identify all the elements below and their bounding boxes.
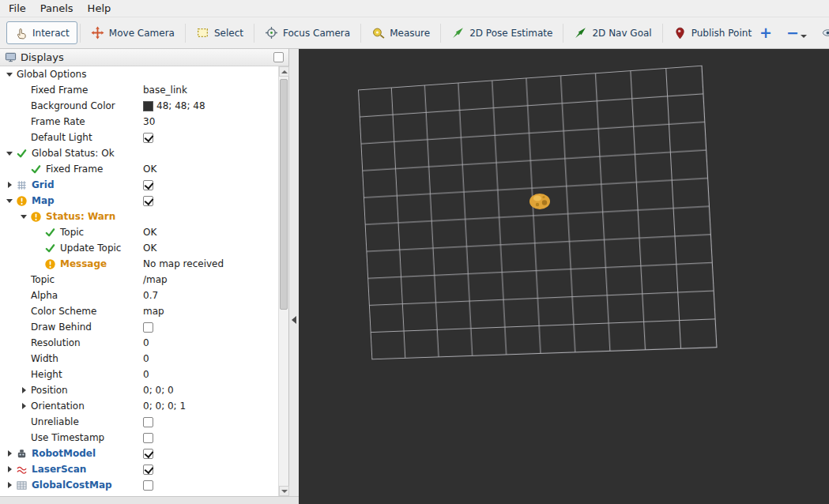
tree-row-draw-behind[interactable]: Draw Behind xyxy=(0,319,278,335)
tree-row-use-timestamp[interactable]: Use Timestamp xyxy=(0,430,278,446)
expander-closed-icon[interactable] xyxy=(19,386,29,396)
expander-closed-icon[interactable] xyxy=(5,480,15,491)
expander-open-icon[interactable] xyxy=(19,212,29,222)
property-value[interactable]: OK xyxy=(143,227,156,238)
property-value-cell[interactable] xyxy=(141,209,278,224)
property-value-cell[interactable]: base_link xyxy=(141,82,278,98)
tree-row-resolution[interactable]: Resolution 0 xyxy=(0,335,278,351)
expander-open-icon[interactable] xyxy=(5,70,15,80)
tree-row-map[interactable]: Map xyxy=(0,193,278,209)
property-value[interactable]: No map received xyxy=(143,258,224,269)
checkbox[interactable] xyxy=(143,180,153,190)
tree-row-width[interactable]: Width 0 xyxy=(0,351,278,367)
tool-button-publish-point[interactable]: Publish Point xyxy=(665,21,759,44)
tree-row-unreliable[interactable]: Unreliable xyxy=(0,414,278,430)
checkbox[interactable] xyxy=(143,480,153,491)
tree-row-fixed-frame[interactable]: Fixed Frame base_link xyxy=(0,82,278,98)
property-value[interactable]: base_link xyxy=(143,85,187,96)
property-value-cell[interactable]: 0 xyxy=(141,367,278,382)
property-value[interactable]: 0 xyxy=(143,369,149,380)
property-value-cell[interactable]: OK xyxy=(141,224,278,240)
property-value[interactable]: /map xyxy=(143,274,168,285)
property-value-cell[interactable] xyxy=(141,446,278,461)
checkbox[interactable] xyxy=(143,417,153,427)
checkbox[interactable] xyxy=(143,433,153,443)
panel-float-button[interactable] xyxy=(273,52,284,62)
expander-closed-icon[interactable] xyxy=(5,449,15,459)
tree-row-global-status-ok[interactable]: Global Status: Ok xyxy=(0,145,278,161)
tree-row-orientation[interactable]: Orientation 0; 0; 0; 1 xyxy=(0,398,278,414)
property-value-cell[interactable]: OK xyxy=(141,240,278,256)
property-value-cell[interactable] xyxy=(141,461,278,477)
property-value[interactable]: map xyxy=(143,306,164,317)
tree-row-globalcostmap[interactable]: GlobalCostMap xyxy=(0,477,278,493)
tree-row-topic[interactable]: Topic OK xyxy=(0,224,278,240)
panel-splitter[interactable] xyxy=(289,49,299,504)
property-value-cell[interactable]: map xyxy=(141,303,278,319)
scroll-up-button[interactable] xyxy=(279,66,289,77)
property-value[interactable]: 0; 0; 0 xyxy=(143,385,174,396)
tree-row-topic[interactable]: Topic /map xyxy=(0,272,278,288)
tree-row-grid[interactable]: Grid xyxy=(0,177,278,193)
remove-tool-button[interactable]: − xyxy=(786,26,807,39)
property-value[interactable]: OK xyxy=(143,164,156,175)
scroll-down-button[interactable] xyxy=(279,486,289,496)
expander-closed-icon[interactable] xyxy=(5,465,15,475)
tool-button-select[interactable]: Select xyxy=(188,21,251,44)
add-tool-button[interactable]: + xyxy=(759,26,772,39)
tree-row-global-options[interactable]: Global Options xyxy=(0,66,278,82)
property-value-cell[interactable] xyxy=(141,414,278,430)
property-value-cell[interactable] xyxy=(141,177,278,193)
checkbox[interactable] xyxy=(143,196,153,206)
expander-closed-icon[interactable] xyxy=(5,180,15,190)
property-value-cell[interactable]: OK xyxy=(141,161,278,177)
tree-row-height[interactable]: Height 0 xyxy=(0,367,278,382)
tree-row-update-topic[interactable]: Update Topic OK xyxy=(0,240,278,256)
tree-row-robotmodel[interactable]: RobotModel xyxy=(0,446,278,461)
property-value-cell[interactable] xyxy=(141,477,278,493)
property-value-cell[interactable]: 0; 0; 0 xyxy=(141,382,278,398)
property-value-cell[interactable] xyxy=(141,66,278,82)
menu-item-file[interactable]: File xyxy=(2,1,33,16)
property-value[interactable]: 30 xyxy=(143,116,155,127)
property-value-cell[interactable]: 0 xyxy=(141,351,278,367)
checkbox[interactable] xyxy=(143,465,153,475)
expander-open-icon[interactable] xyxy=(5,196,15,206)
property-value[interactable]: 0 xyxy=(143,337,149,348)
tool-button-interact[interactable]: Interact xyxy=(6,21,77,44)
tree-row-message[interactable]: Message No map received xyxy=(0,256,278,272)
checkbox[interactable] xyxy=(143,322,153,333)
tree-row-default-light[interactable]: Default Light xyxy=(0,130,278,145)
property-value-cell[interactable]: /map xyxy=(141,272,278,288)
tree-row-color-scheme[interactable]: Color Scheme map xyxy=(0,303,278,319)
tree-row-fixed-frame[interactable]: Fixed Frame OK xyxy=(0,161,278,177)
property-value-cell[interactable] xyxy=(141,193,278,209)
property-value-cell[interactable] xyxy=(141,145,278,161)
property-value-cell[interactable] xyxy=(141,430,278,446)
property-value-cell[interactable]: 0 xyxy=(141,335,278,351)
property-value[interactable]: 0.7 xyxy=(143,290,158,301)
viewport[interactable] xyxy=(299,49,829,504)
expander-closed-icon[interactable] xyxy=(19,401,29,412)
menu-item-panels[interactable]: Panels xyxy=(33,1,81,16)
tool-visibility-button[interactable] xyxy=(821,27,829,39)
menu-item-help[interactable]: Help xyxy=(81,1,119,16)
property-value[interactable]: OK xyxy=(143,243,156,254)
expander-open-icon[interactable] xyxy=(5,149,15,159)
tool-button-measure[interactable]: Measure xyxy=(364,21,438,44)
checkbox[interactable] xyxy=(143,133,153,143)
tree-row-frame-rate[interactable]: Frame Rate 30 xyxy=(0,114,278,130)
tree-row-status-warn[interactable]: Status: Warn xyxy=(0,209,278,224)
tool-button-move-camera[interactable]: Move Camera xyxy=(83,21,183,44)
property-value-cell[interactable]: 48; 48; 48 xyxy=(141,98,278,114)
property-value[interactable]: 0 xyxy=(143,353,149,364)
tool-button-focus-camera[interactable]: Focus Camera xyxy=(257,21,358,44)
tree-row-background-color[interactable]: Background Color 48; 48; 48 xyxy=(0,98,278,114)
tree-row-laserscan[interactable]: LaserScan xyxy=(0,461,278,477)
property-value-cell[interactable]: 0.7 xyxy=(141,288,278,303)
property-value-cell[interactable]: 30 xyxy=(141,114,278,130)
scrollbar-thumb[interactable] xyxy=(280,79,288,310)
property-value[interactable]: 48; 48; 48 xyxy=(156,100,205,111)
displays-panel-header[interactable]: Displays xyxy=(0,49,288,66)
property-value-cell[interactable]: No map received xyxy=(141,256,278,272)
